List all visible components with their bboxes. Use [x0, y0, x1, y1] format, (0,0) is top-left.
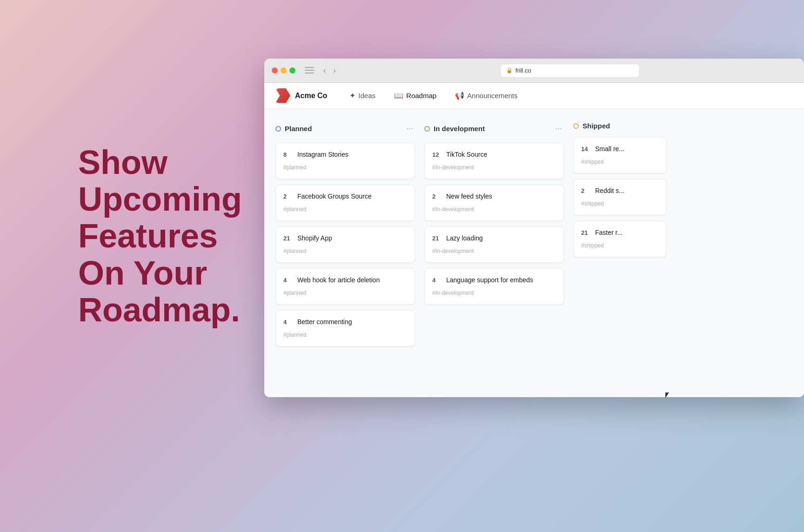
- back-arrow-icon[interactable]: ‹: [322, 66, 328, 76]
- nav-item-ideas[interactable]: ✦ Ideas: [346, 88, 379, 103]
- hero-line-1: Show: [78, 144, 168, 181]
- card-tiktok[interactable]: 12 TikTok Source #In-development: [424, 143, 564, 179]
- card-votes: 4: [283, 277, 293, 284]
- card-tag: #In-development: [432, 248, 474, 254]
- card-title: Web hook for article deletion: [297, 276, 380, 284]
- card-title: New feed styles: [446, 193, 492, 200]
- traffic-lights: [272, 67, 295, 73]
- card-title: Small re...: [595, 145, 624, 153]
- card-tag: #planned: [283, 332, 306, 338]
- card-tag: #shipped: [581, 200, 604, 207]
- card-top: 12 TikTok Source: [432, 151, 556, 158]
- card-tag: #planned: [283, 290, 306, 296]
- card-title: Faster r...: [595, 229, 623, 236]
- column-in-development: In development ··· 12 TikTok Source #In-…: [424, 120, 564, 386]
- card-top: 8 Instagram Stories: [283, 151, 407, 158]
- card-title: Shopify App: [297, 234, 332, 242]
- card-top: 21 Faster r...: [581, 229, 658, 236]
- card-language-support[interactable]: 4 Language support for embeds #In-develo…: [424, 268, 564, 305]
- card-faster-r[interactable]: 21 Faster r... #shipped: [573, 221, 666, 257]
- maximize-button[interactable]: [289, 67, 295, 73]
- column-header-planned: Planned ···: [275, 120, 415, 137]
- card-top: 2 New feed styles: [432, 193, 556, 200]
- column-more-planned[interactable]: ···: [404, 122, 415, 135]
- card-top: 2 Reddit s...: [581, 187, 658, 194]
- forward-arrow-icon[interactable]: ›: [331, 66, 337, 76]
- hero-line-5: Roadmap.: [78, 291, 240, 328]
- nav-item-announcements[interactable]: 📢 Announcements: [451, 88, 521, 103]
- card-votes: 4: [283, 319, 293, 326]
- hero-line-3: Features: [78, 217, 218, 254]
- card-votes: 12: [432, 151, 442, 158]
- column-title-shipped: Shipped: [583, 122, 610, 130]
- url-text: frill.co: [516, 67, 531, 74]
- browser-window: ‹ › 🔒 frill.co Acme Co ✦ Ideas 📖 Roadmap: [264, 59, 804, 397]
- column-title-in-dev: In development: [434, 125, 485, 133]
- card-title: Language support for embeds: [446, 276, 533, 284]
- card-tag: #planned: [283, 164, 306, 171]
- column-title-group-in-dev: In development: [424, 125, 485, 133]
- nav-label-roadmap: Roadmap: [406, 92, 436, 100]
- card-votes: 21: [432, 235, 442, 242]
- card-better-commenting[interactable]: 4 Better commenting #planned: [275, 310, 415, 346]
- column-title-group-planned: Planned: [275, 125, 312, 133]
- announcements-icon: 📢: [455, 91, 464, 100]
- card-lazy-loading[interactable]: 21 Lazy loading #In-development: [424, 226, 564, 263]
- card-title: Reddit s...: [595, 187, 624, 194]
- card-title: Better commenting: [297, 318, 352, 326]
- card-top: 21 Shopify App: [283, 234, 407, 242]
- hero-line-2: Upcoming: [78, 180, 242, 218]
- browser-navigation: ‹ ›: [322, 66, 338, 76]
- card-title: Facebook Groups Source: [297, 193, 372, 200]
- card-votes: 2: [581, 187, 590, 194]
- card-votes: 21: [283, 235, 293, 242]
- card-instagram-stories[interactable]: 8 Instagram Stories #planned: [275, 143, 415, 179]
- status-dot-planned: [275, 126, 281, 132]
- card-small-re[interactable]: 14 Small re... #shipped: [573, 137, 666, 173]
- sidebar-toggle-icon[interactable]: [305, 67, 314, 74]
- nav-label-announcements: Announcements: [467, 92, 517, 100]
- card-top: 14 Small re...: [581, 145, 658, 153]
- lock-icon: 🔒: [506, 67, 513, 73]
- card-top: 2 Facebook Groups Source: [283, 193, 407, 200]
- column-title-planned: Planned: [285, 125, 312, 133]
- card-top: 4 Web hook for article deletion: [283, 276, 407, 284]
- column-header-shipped: Shipped: [573, 120, 666, 132]
- card-votes: 21: [581, 229, 590, 236]
- card-tag: #planned: [283, 248, 306, 254]
- address-bar[interactable]: 🔒 frill.co: [500, 64, 640, 78]
- column-planned: Planned ··· 8 Instagram Stories #planned…: [275, 120, 415, 386]
- card-title: TikTok Source: [446, 151, 487, 158]
- card-tag: #shipped: [581, 242, 604, 249]
- card-new-feed-styles[interactable]: 2 New feed styles #In-development: [424, 185, 564, 221]
- ideas-icon: ✦: [349, 91, 355, 100]
- hero-text: Show Upcoming Features On Your Roadmap.: [78, 144, 242, 328]
- card-top: 21 Lazy loading: [432, 234, 556, 242]
- card-tag: #In-development: [432, 164, 474, 171]
- card-shopify-app[interactable]: 21 Shopify App #planned: [275, 226, 415, 263]
- column-more-in-dev[interactable]: ···: [553, 122, 564, 135]
- kanban-board: Planned ··· 8 Instagram Stories #planned…: [264, 109, 804, 397]
- card-title: Lazy loading: [446, 234, 483, 242]
- status-dot-in-dev: [424, 126, 430, 132]
- card-top: 4 Better commenting: [283, 318, 407, 326]
- card-webhook[interactable]: 4 Web hook for article deletion #planned: [275, 268, 415, 305]
- close-button[interactable]: [272, 67, 278, 73]
- nav-item-roadmap[interactable]: 📖 Roadmap: [390, 88, 440, 103]
- card-votes: 2: [432, 193, 442, 200]
- card-votes: 14: [581, 146, 590, 153]
- card-facebook-groups[interactable]: 2 Facebook Groups Source #planned: [275, 185, 415, 221]
- card-tag: #shipped: [581, 159, 604, 165]
- brand[interactable]: Acme Co: [275, 88, 327, 103]
- card-title: Instagram Stories: [297, 151, 348, 158]
- browser-chrome: ‹ › 🔒 frill.co: [264, 59, 804, 83]
- card-reddit-s[interactable]: 2 Reddit s... #shipped: [573, 179, 666, 215]
- card-votes: 2: [283, 193, 293, 200]
- column-title-group-shipped: Shipped: [573, 122, 610, 130]
- column-header-in-dev: In development ···: [424, 120, 564, 137]
- card-tag: #In-development: [432, 290, 474, 296]
- roadmap-icon: 📖: [394, 91, 403, 100]
- minimize-button[interactable]: [281, 67, 287, 73]
- app-content: Acme Co ✦ Ideas 📖 Roadmap 📢 Announcement…: [264, 83, 804, 397]
- card-votes: 8: [283, 151, 293, 158]
